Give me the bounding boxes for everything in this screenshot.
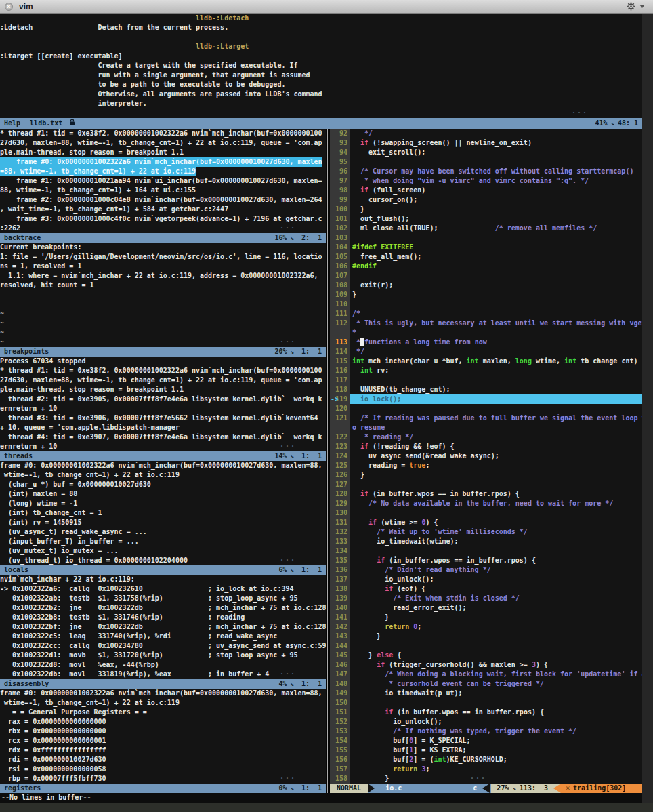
line-number: 105 (335, 253, 347, 260)
line-number: 115 (335, 357, 347, 365)
code-line-128: 128 if (in_buffer.wpos == in_buffer.rpos… (330, 489, 642, 499)
help-filename: lldb.txt (30, 119, 62, 128)
text-row: + 10, queue = 'com.apple.libdispatch-man… (0, 423, 326, 432)
line-number: 98 (339, 186, 347, 194)
line-number: 103 (335, 234, 347, 241)
line-number-gutter: 115 (330, 357, 350, 366)
line-number-gutter: 145 (330, 651, 350, 660)
left-panels-column: * thread #1: tid = 0xe38f2, 0x0000000100… (0, 129, 326, 793)
overflow-dots: ··· (280, 442, 296, 451)
line-number-gutter: 152 (330, 717, 350, 727)
line-number-gutter: 112 (330, 319, 350, 328)
help-window[interactable]: lldb-:Ldetach:Ldetach Detach from the cu… (0, 14, 642, 118)
code-line-117: 117 (330, 375, 642, 385)
window-close-icon[interactable]: × (5, 3, 13, 11)
line-number: 95 (339, 158, 347, 165)
code-line-109: 109} (330, 290, 642, 300)
line-number-gutter: 120 (330, 404, 350, 413)
source-code-window[interactable]: ··· 92 */93 if (!swapping_screen() || ne… (330, 129, 642, 784)
line-number: 127 (335, 481, 347, 488)
pane-threads[interactable]: Process 67034 stopped* thread #1: tid = … (0, 357, 326, 461)
lock-icon (69, 119, 75, 129)
pane-breakpoints[interactable]: Current breakpoints:1: file = '/Users/gi… (0, 243, 326, 357)
scroll-pct: 4% (278, 679, 287, 689)
line-number-gutter: 99 (330, 195, 350, 205)
pane-backtrace[interactable]: * thread #1: tid = 0xe38f2, 0x0000000100… (0, 129, 326, 243)
line-number-gutter: 138 (330, 584, 350, 594)
statusline-disassembly: disassembly4%↘ 1: 1 (0, 679, 326, 689)
code-line-142: 142 return 0; (330, 622, 642, 632)
line-number: 133 (335, 537, 347, 545)
line-number-gutter: 106 (330, 262, 350, 271)
line-number-gutter: 117 (330, 375, 350, 385)
code-line-126: 126 } (330, 470, 642, 480)
text-row: 0x1002322db: movl 331819(%rip), %eax ; i… (0, 670, 326, 679)
code-line-110: 110 (330, 300, 642, 309)
pane-registers[interactable]: frame #0: 0x00000001002322a6 nvim`mch_in… (0, 689, 326, 793)
code-line-114: 114 */ (330, 347, 642, 357)
code-line-152: 152 io_unlock(); (330, 717, 642, 727)
text-row: (uv_mutex_t) io_mutex = ... (0, 546, 326, 556)
text-row: wtime=-1, tb_change_cnt=1) + 22 at io.c:… (0, 698, 326, 708)
window-title: vim (19, 2, 33, 12)
line-number: 134 (335, 547, 347, 554)
code-line-115: 115int mch_inchar(char_u *buf, int maxle… (330, 357, 642, 366)
code-line-133: 133 io_timedwait(wtime); (330, 537, 642, 546)
line-number-gutter: ->119 (330, 394, 350, 404)
line-number: 138 (335, 585, 347, 592)
text-row: 0x1002322ab: testb $1, 331758(%rip) ; st… (0, 594, 326, 603)
powerline-separator (368, 784, 376, 793)
overflow-dots: ··· (470, 774, 486, 784)
code-line-131: 131 if (wtime >= 0) { (330, 518, 642, 527)
line-number: 102 (335, 224, 347, 232)
line-number-gutter: 110 (330, 300, 350, 309)
code-line-144: 144 (330, 641, 642, 651)
code-line-153: 153 /* If nothing was typed, trigger the… (330, 727, 642, 736)
text-row: rax = 0x0000000000000000 (0, 717, 326, 727)
text-row: o resume (330, 423, 642, 432)
text-row: (long) wtime = -1 (0, 499, 326, 508)
scroll-pct: 27% (497, 784, 509, 793)
dropdown-caret-icon[interactable] (639, 5, 645, 8)
pane-locals[interactable]: frame #0: 0x00000001002322a6 nvim`mch_in… (0, 461, 326, 575)
text-row: 27d630, maxlen=88, wtime=-1, tb_change_c… (0, 138, 326, 148)
line-number-gutter (330, 423, 350, 432)
pane-disassembly[interactable]: nvim`mch_inchar + 22 at io.c:119:-> 0x10… (0, 575, 326, 689)
line-number-gutter: 107 (330, 271, 350, 281)
line-number: 101 (335, 215, 347, 222)
line-number: 144 (335, 642, 347, 649)
line-number-gutter: 98 (330, 186, 350, 195)
gear-icon[interactable] (627, 2, 635, 14)
code-line-136: 136 /* Didn't read anything */ (330, 565, 642, 575)
text-row: resolved, hit count = 1 (0, 281, 326, 290)
code-line-150: 150 (330, 698, 642, 708)
line-number: 126 (335, 471, 347, 479)
line-number-gutter: 127 (330, 480, 350, 489)
line-number-gutter: 104 (330, 243, 350, 252)
statusline-registers: registers0%↘ 1: 1 (0, 784, 326, 793)
line-number-gutter: 111 (330, 309, 350, 319)
line-number-gutter: 142 (330, 622, 350, 632)
line-number: 108 (335, 281, 347, 289)
line-number-gutter: 125 (330, 461, 350, 470)
line-number-gutter: 150 (330, 698, 350, 708)
line-number-gutter: 124 (330, 451, 350, 461)
line-number: 96 (339, 167, 347, 175)
code-line-145: 145 } else { (330, 651, 642, 660)
text-row (0, 290, 326, 300)
line-number-gutter: 155 (330, 746, 350, 755)
line-number-gutter: 144 (330, 641, 350, 651)
line-number: 130 (335, 509, 347, 516)
text-row: ernreturn + 10 (0, 442, 326, 451)
scroll-arrow-icon: ↘ (512, 784, 515, 793)
text-row: 1.1: where = nvim`mch_inchar + 22 at io.… (0, 271, 326, 281)
code-line-93: 93 if (!swapping_screen() || newline_on_… (330, 138, 642, 148)
right-edge-strip[interactable] (642, 14, 653, 803)
code-line-138: 138 if (eof) { (330, 584, 642, 594)
line-number-gutter: 105 (330, 252, 350, 262)
code-line-108: 108 exit(r); (330, 281, 642, 290)
line-number-gutter: 134 (330, 546, 350, 556)
line-number-gutter: 114 (330, 347, 350, 357)
help-scroll-pct: 41% (595, 119, 607, 128)
code-line-146: 146 if (trigger_cursorhold() && maxlen >… (330, 660, 642, 670)
